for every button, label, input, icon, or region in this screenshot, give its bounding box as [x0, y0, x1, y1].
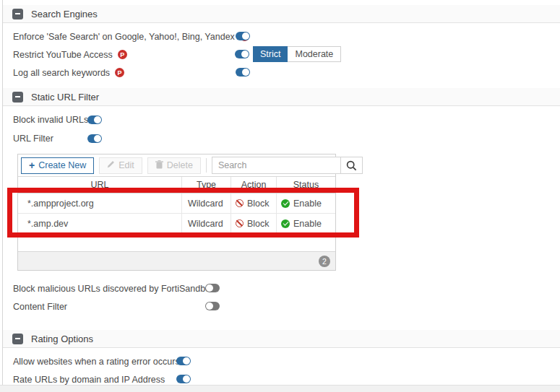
- enable-check-icon: [281, 219, 290, 228]
- row-rating-error: Allow websites when a rating error occur…: [3, 352, 560, 370]
- section-title: Rating Options: [31, 334, 93, 344]
- block-icon: [236, 199, 244, 207]
- type-cell: Wildcard: [182, 214, 231, 233]
- search-icon: [346, 160, 357, 171]
- row-count-badge: 2: [319, 256, 330, 267]
- row-fortisandbox: Block malicious URLs discovered by Forti…: [3, 279, 560, 297]
- horizontal-scrollbar[interactable]: [0, 385, 560, 392]
- collapse-icon[interactable]: [12, 92, 23, 103]
- url-cell: *.ampproject.org: [18, 193, 182, 213]
- row-restrict-youtube: Restrict YouTube Access P Strict Moderat…: [3, 45, 560, 64]
- edit-button[interactable]: Edit: [99, 157, 142, 174]
- restrict-youtube-label: Restrict YouTube Access: [13, 50, 113, 60]
- plus-icon: +: [29, 160, 35, 170]
- section-gap: [3, 315, 560, 330]
- column-header-status[interactable]: Status: [277, 177, 335, 193]
- section-title: Static URL Filter: [31, 92, 99, 103]
- row-content-filter: Content Filter: [3, 297, 560, 315]
- log-keywords-label: Log all search keywords: [13, 68, 110, 78]
- delete-button[interactable]: Delete: [147, 157, 201, 174]
- status-cell: Enable: [277, 193, 335, 213]
- table-toolbar: + Create New Edit Delete: [18, 154, 335, 177]
- section-title: Search Engines: [31, 9, 98, 19]
- table-footer: 2: [18, 251, 335, 270]
- fortisandbox-toggle[interactable]: [205, 284, 220, 292]
- row-log-keywords: Log all search keywords P: [3, 64, 560, 82]
- url-filter-table: + Create New Edit Delete: [17, 154, 336, 271]
- status-cell: Enable: [277, 214, 335, 233]
- column-header-action[interactable]: Action: [231, 177, 277, 193]
- block-icon: [236, 219, 244, 227]
- proxy-badge-icon: P: [115, 68, 124, 77]
- row-block-invalid-urls: Block invalid URLs: [3, 110, 560, 129]
- block-invalid-urls-label: Block invalid URLs: [13, 115, 88, 125]
- static-url-filter-rows: Block invalid URLs URL Filter + Create N…: [3, 106, 560, 315]
- row-url-filter: URL Filter: [3, 129, 560, 148]
- toolbar-divider: [206, 158, 207, 173]
- rate-by-domain-toggle[interactable]: [176, 375, 191, 383]
- column-header-type[interactable]: Type: [182, 177, 231, 193]
- collapse-icon[interactable]: [12, 9, 23, 19]
- table-search-group: [212, 157, 363, 174]
- post-table-rows: Block malicious URLs discovered by Forti…: [3, 279, 560, 315]
- table-row[interactable]: *.amp.dev Wildcard Block Enable: [18, 214, 335, 234]
- search-engines-rows: Enforce 'Safe Search' on Google, Yahoo!,…: [3, 23, 560, 88]
- type-cell: Wildcard: [182, 193, 231, 213]
- column-header-url[interactable]: URL: [18, 177, 182, 193]
- content-filter-toggle[interactable]: [205, 302, 220, 310]
- restrict-youtube-toggle[interactable]: [235, 50, 249, 58]
- strict-button[interactable]: Strict: [253, 46, 288, 62]
- action-cell: Block: [231, 193, 277, 213]
- table-row[interactable]: *.ampproject.org Wildcard Block Enable: [18, 193, 335, 214]
- url-cell: *.amp.dev: [18, 214, 182, 233]
- row-safe-search: Enforce 'Safe Search' on Google, Yahoo!,…: [3, 27, 560, 45]
- settings-panel: Search Engines Enforce 'Safe Search' on …: [2, 0, 560, 385]
- section-header-rating-options: Rating Options: [3, 330, 560, 348]
- url-filter-label: URL Filter: [13, 134, 53, 144]
- rate-by-domain-label: Rate URLs by domain and IP Address: [13, 375, 165, 385]
- content-filter-label: Content Filter: [13, 302, 67, 312]
- youtube-access-segmented: Strict Moderate: [253, 46, 341, 62]
- table-header-row: URL Type Action Status: [18, 177, 335, 193]
- collapse-icon[interactable]: [12, 334, 23, 344]
- rating-error-label: Allow websites when a rating error occur…: [13, 357, 180, 367]
- rating-error-toggle[interactable]: [176, 357, 191, 365]
- url-filter-toggle[interactable]: [87, 134, 102, 143]
- url-filter-table-wrap: + Create New Edit Delete: [17, 154, 336, 271]
- table-empty-space: [18, 234, 335, 251]
- section-header-static-url-filter: Static URL Filter: [3, 88, 560, 106]
- safe-search-label: Enforce 'Safe Search' on Google, Yahoo!,…: [13, 32, 235, 42]
- block-invalid-urls-toggle[interactable]: [87, 116, 102, 124]
- pencil-icon: [107, 160, 115, 170]
- log-keywords-toggle[interactable]: [236, 68, 250, 77]
- search-input[interactable]: [212, 157, 340, 173]
- trash-icon: [155, 160, 163, 171]
- search-button[interactable]: [340, 157, 362, 173]
- proxy-badge-icon: P: [118, 50, 127, 59]
- enable-check-icon: [281, 199, 290, 208]
- create-new-button[interactable]: + Create New: [21, 157, 94, 174]
- moderate-button[interactable]: Moderate: [288, 46, 341, 62]
- section-header-search-engines: Search Engines: [3, 5, 560, 23]
- action-cell: Block: [231, 214, 277, 233]
- safe-search-toggle[interactable]: [236, 32, 250, 40]
- fortisandbox-label: Block malicious URLs discovered by Forti…: [13, 284, 215, 294]
